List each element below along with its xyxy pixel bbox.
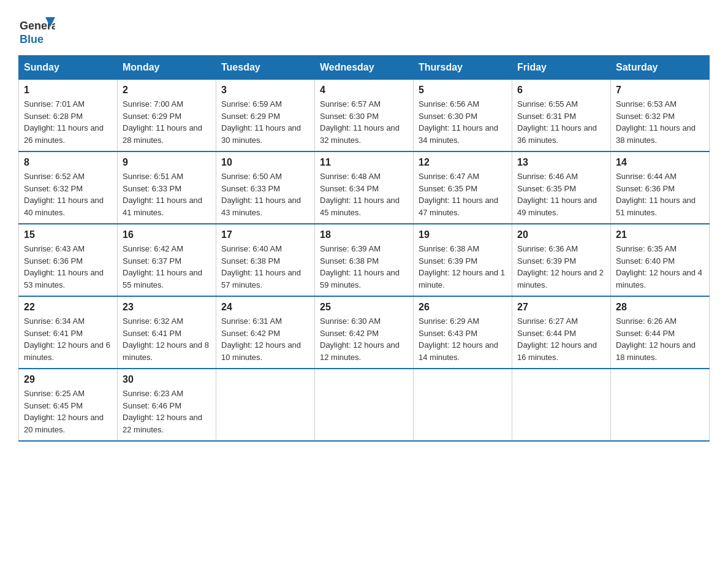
day-number: 4: [320, 85, 408, 96]
day-number: 23: [123, 302, 211, 313]
day-info: Sunrise: 6:31 AM Sunset: 6:42 PM Dayligh…: [221, 315, 309, 363]
day-info: Sunrise: 6:32 AM Sunset: 6:41 PM Dayligh…: [123, 315, 211, 363]
calendar-day-cell: 10 Sunrise: 6:50 AM Sunset: 6:33 PM Dayl…: [216, 151, 315, 224]
day-info: Sunrise: 6:35 AM Sunset: 6:40 PM Dayligh…: [616, 243, 704, 291]
calendar-day-cell: 3 Sunrise: 6:59 AM Sunset: 6:29 PM Dayli…: [216, 80, 315, 152]
day-number: 14: [616, 157, 704, 168]
calendar-day-cell: 2 Sunrise: 7:00 AM Sunset: 6:29 PM Dayli…: [118, 80, 216, 152]
calendar-day-cell: 24 Sunrise: 6:31 AM Sunset: 6:42 PM Dayl…: [216, 296, 315, 369]
day-info: Sunrise: 6:30 AM Sunset: 6:42 PM Dayligh…: [320, 315, 408, 363]
calendar-day-cell: 28 Sunrise: 6:26 AM Sunset: 6:44 PM Dayl…: [611, 296, 710, 369]
calendar-header-row: SundayMondayTuesdayWednesdayThursdayFrid…: [19, 56, 710, 80]
day-number: 25: [320, 302, 408, 313]
day-number: 20: [517, 229, 605, 240]
day-info: Sunrise: 6:53 AM Sunset: 6:32 PM Dayligh…: [616, 98, 704, 146]
day-number: 18: [320, 229, 408, 240]
calendar-day-cell: 5 Sunrise: 6:56 AM Sunset: 6:30 PM Dayli…: [414, 80, 512, 152]
calendar-day-cell: 14 Sunrise: 6:44 AM Sunset: 6:36 PM Dayl…: [611, 151, 710, 224]
calendar-day-cell: 4 Sunrise: 6:57 AM Sunset: 6:30 PM Dayli…: [315, 80, 414, 152]
day-header-sunday: Sunday: [19, 56, 118, 80]
calendar-day-cell: 15 Sunrise: 6:43 AM Sunset: 6:36 PM Dayl…: [19, 224, 118, 296]
day-info: Sunrise: 6:40 AM Sunset: 6:38 PM Dayligh…: [221, 243, 309, 291]
calendar-day-cell: 1 Sunrise: 7:01 AM Sunset: 6:28 PM Dayli…: [19, 80, 118, 152]
day-info: Sunrise: 6:36 AM Sunset: 6:39 PM Dayligh…: [517, 243, 605, 291]
calendar-day-cell: [216, 369, 315, 441]
calendar-week-row: 1 Sunrise: 7:01 AM Sunset: 6:28 PM Dayli…: [19, 80, 710, 152]
day-number: 26: [419, 302, 507, 313]
calendar-day-cell: [512, 369, 611, 441]
day-info: Sunrise: 6:38 AM Sunset: 6:39 PM Dayligh…: [419, 243, 507, 291]
day-info: Sunrise: 6:51 AM Sunset: 6:33 PM Dayligh…: [123, 170, 211, 218]
calendar-day-cell: 19 Sunrise: 6:38 AM Sunset: 6:39 PM Dayl…: [414, 224, 512, 296]
calendar-day-cell: 16 Sunrise: 6:42 AM Sunset: 6:37 PM Dayl…: [118, 224, 216, 296]
day-number: 21: [616, 229, 704, 240]
calendar-day-cell: 13 Sunrise: 6:46 AM Sunset: 6:35 PM Dayl…: [512, 151, 611, 224]
day-info: Sunrise: 6:26 AM Sunset: 6:44 PM Dayligh…: [616, 315, 704, 363]
day-info: Sunrise: 6:48 AM Sunset: 6:34 PM Dayligh…: [320, 170, 408, 218]
day-number: 13: [517, 157, 605, 168]
day-info: Sunrise: 6:57 AM Sunset: 6:30 PM Dayligh…: [320, 98, 408, 146]
day-info: Sunrise: 7:01 AM Sunset: 6:28 PM Dayligh…: [24, 98, 112, 146]
calendar-day-cell: [315, 369, 414, 441]
calendar-table: SundayMondayTuesdayWednesdayThursdayFrid…: [18, 55, 710, 442]
day-info: Sunrise: 7:00 AM Sunset: 6:29 PM Dayligh…: [123, 98, 211, 146]
calendar-day-cell: 26 Sunrise: 6:29 AM Sunset: 6:43 PM Dayl…: [414, 296, 512, 369]
calendar-week-row: 22 Sunrise: 6:34 AM Sunset: 6:41 PM Dayl…: [19, 296, 710, 369]
day-number: 17: [221, 229, 309, 240]
day-info: Sunrise: 6:50 AM Sunset: 6:33 PM Dayligh…: [221, 170, 309, 218]
day-number: 29: [24, 374, 112, 385]
calendar-day-cell: 18 Sunrise: 6:39 AM Sunset: 6:38 PM Dayl…: [315, 224, 414, 296]
day-info: Sunrise: 6:39 AM Sunset: 6:38 PM Dayligh…: [320, 243, 408, 291]
calendar-week-row: 8 Sunrise: 6:52 AM Sunset: 6:32 PM Dayli…: [19, 151, 710, 224]
day-info: Sunrise: 6:59 AM Sunset: 6:29 PM Dayligh…: [221, 98, 309, 146]
calendar-day-cell: 20 Sunrise: 6:36 AM Sunset: 6:39 PM Dayl…: [512, 224, 611, 296]
day-number: 6: [517, 85, 605, 96]
calendar-day-cell: 8 Sunrise: 6:52 AM Sunset: 6:32 PM Dayli…: [19, 151, 118, 224]
calendar-day-cell: 23 Sunrise: 6:32 AM Sunset: 6:41 PM Dayl…: [118, 296, 216, 369]
calendar-day-cell: 21 Sunrise: 6:35 AM Sunset: 6:40 PM Dayl…: [611, 224, 710, 296]
day-info: Sunrise: 6:44 AM Sunset: 6:36 PM Dayligh…: [616, 170, 704, 218]
day-number: 2: [123, 85, 211, 96]
day-number: 11: [320, 157, 408, 168]
calendar-day-cell: 29 Sunrise: 6:25 AM Sunset: 6:45 PM Dayl…: [19, 369, 118, 441]
day-number: 1: [24, 85, 112, 96]
day-header-saturday: Saturday: [611, 56, 710, 80]
calendar-day-cell: 27 Sunrise: 6:27 AM Sunset: 6:44 PM Dayl…: [512, 296, 611, 369]
svg-text:Blue: Blue: [20, 33, 44, 45]
day-number: 22: [24, 302, 112, 313]
day-info: Sunrise: 6:56 AM Sunset: 6:30 PM Dayligh…: [419, 98, 507, 146]
day-header-friday: Friday: [512, 56, 611, 80]
day-header-thursday: Thursday: [414, 56, 512, 80]
day-number: 24: [221, 302, 309, 313]
day-info: Sunrise: 6:34 AM Sunset: 6:41 PM Dayligh…: [24, 315, 112, 363]
calendar-day-cell: [611, 369, 710, 441]
page-header: General Blue: [18, 12, 710, 49]
calendar-day-cell: 22 Sunrise: 6:34 AM Sunset: 6:41 PM Dayl…: [19, 296, 118, 369]
logo-icon: General Blue: [18, 12, 55, 49]
calendar-day-cell: 25 Sunrise: 6:30 AM Sunset: 6:42 PM Dayl…: [315, 296, 414, 369]
day-number: 27: [517, 302, 605, 313]
day-number: 15: [24, 229, 112, 240]
day-info: Sunrise: 6:25 AM Sunset: 6:45 PM Dayligh…: [24, 388, 112, 435]
calendar-day-cell: 30 Sunrise: 6:23 AM Sunset: 6:46 PM Dayl…: [118, 369, 216, 441]
calendar-day-cell: 17 Sunrise: 6:40 AM Sunset: 6:38 PM Dayl…: [216, 224, 315, 296]
day-info: Sunrise: 6:46 AM Sunset: 6:35 PM Dayligh…: [517, 170, 605, 218]
logo: General Blue: [18, 12, 55, 49]
day-header-monday: Monday: [118, 56, 216, 80]
day-header-wednesday: Wednesday: [315, 56, 414, 80]
calendar-day-cell: 7 Sunrise: 6:53 AM Sunset: 6:32 PM Dayli…: [611, 80, 710, 152]
day-number: 7: [616, 85, 704, 96]
day-info: Sunrise: 6:47 AM Sunset: 6:35 PM Dayligh…: [419, 170, 507, 218]
day-info: Sunrise: 6:42 AM Sunset: 6:37 PM Dayligh…: [123, 243, 211, 291]
calendar-day-cell: 11 Sunrise: 6:48 AM Sunset: 6:34 PM Dayl…: [315, 151, 414, 224]
day-info: Sunrise: 6:55 AM Sunset: 6:31 PM Dayligh…: [517, 98, 605, 146]
day-number: 30: [123, 374, 211, 385]
calendar-day-cell: 9 Sunrise: 6:51 AM Sunset: 6:33 PM Dayli…: [118, 151, 216, 224]
day-number: 19: [419, 229, 507, 240]
day-number: 12: [419, 157, 507, 168]
calendar-week-row: 15 Sunrise: 6:43 AM Sunset: 6:36 PM Dayl…: [19, 224, 710, 296]
calendar-week-row: 29 Sunrise: 6:25 AM Sunset: 6:45 PM Dayl…: [19, 369, 710, 441]
day-info: Sunrise: 6:27 AM Sunset: 6:44 PM Dayligh…: [517, 315, 605, 363]
calendar-day-cell: [414, 369, 512, 441]
day-number: 5: [419, 85, 507, 96]
